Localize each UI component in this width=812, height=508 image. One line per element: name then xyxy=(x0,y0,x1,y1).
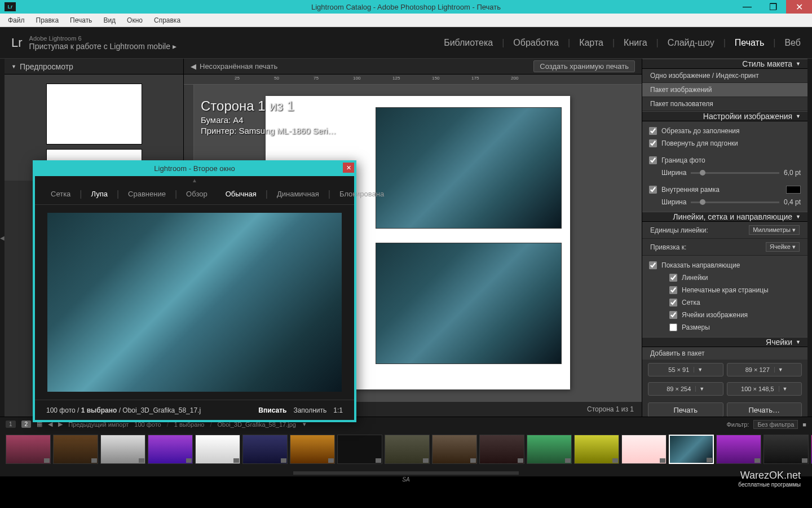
guide-bleed-checkbox[interactable] xyxy=(669,286,677,294)
image-settings-header[interactable]: Настройки изображения▼ xyxy=(642,111,807,121)
close-button[interactable]: ✕ xyxy=(786,0,812,14)
crop-fill-label: Обрезать до заполнения xyxy=(661,127,740,135)
add-to-package-label: Добавить в пакет xyxy=(642,347,807,360)
filmstrip-thumb[interactable] xyxy=(337,435,382,464)
preview-panel-header[interactable]: ▼Предпросмотр xyxy=(5,59,183,75)
rulers-grid-header[interactable]: Линейки, сетка и направляющие▼ xyxy=(642,212,807,222)
nav-map[interactable]: Карта xyxy=(579,36,603,50)
rotate-fit-checkbox[interactable] xyxy=(649,139,657,147)
border-width-slider[interactable] xyxy=(691,172,779,174)
crop-fill-checkbox[interactable] xyxy=(649,127,657,135)
guide-grid-checkbox[interactable] xyxy=(669,299,677,306)
nav-book[interactable]: Книга xyxy=(624,36,647,50)
print-cell-1[interactable] xyxy=(376,107,562,229)
filmstrip[interactable] xyxy=(0,431,812,470)
guide-rulers-checkbox[interactable] xyxy=(669,274,677,282)
photo-border-checkbox[interactable] xyxy=(649,156,657,164)
filmstrip-thumb[interactable] xyxy=(716,435,761,464)
menu-print[interactable]: Печать xyxy=(64,15,98,25)
sw-tab-locked[interactable]: Блокирована xyxy=(333,187,391,200)
right-collapse-handle[interactable] xyxy=(807,59,812,417)
nav-print[interactable]: Печать xyxy=(735,36,764,50)
filmstrip-thumb[interactable] xyxy=(242,435,288,464)
sw-tab-live[interactable]: Динамичная xyxy=(270,187,326,200)
sw-fit-button[interactable]: Вписать xyxy=(258,406,286,414)
filmstrip-thumb[interactable] xyxy=(148,435,193,464)
unsaved-print-label: Несохранённая печать xyxy=(200,62,277,71)
filmstrip-thumb[interactable] xyxy=(53,435,98,464)
filmstrip-thumb[interactable] xyxy=(527,435,572,464)
second-window-titlebar[interactable]: Lightroom - Второе окно ✕ xyxy=(33,160,356,176)
inner-stroke-label: Внутренняя рамка xyxy=(661,186,720,194)
center-toolbar: ◀ Несохранённая печать Создать хранимую … xyxy=(184,59,642,75)
chevron-left-icon[interactable]: ◀ xyxy=(191,62,196,71)
cells-header[interactable]: Ячейки▼ xyxy=(642,337,807,347)
create-stored-print-button[interactable]: Создать хранимую печать xyxy=(533,60,635,72)
menu-window[interactable]: Окно xyxy=(121,15,148,25)
print-cell-2[interactable] xyxy=(376,243,562,364)
guide-cells-checkbox[interactable] xyxy=(669,311,677,319)
filmstrip-thumb[interactable] xyxy=(574,435,619,464)
collapse-top-icon[interactable]: ▲ xyxy=(35,176,354,183)
nav-web[interactable]: Веб xyxy=(784,36,801,50)
layout-option-package[interactable]: Пакет изображений xyxy=(642,83,807,97)
layout-option-single[interactable]: Одно изображение / Индекс-принт xyxy=(642,69,807,83)
sw-tab-survey[interactable]: Обзор xyxy=(179,187,214,200)
sw-tab-grid[interactable]: Сетка xyxy=(44,187,77,200)
snap-select[interactable]: Ячейке ▾ xyxy=(766,242,800,252)
sw-ratio-button[interactable]: 1:1 xyxy=(333,406,343,414)
filmstrip-thumb[interactable] xyxy=(385,435,430,464)
left-collapse-handle[interactable]: ◀ xyxy=(0,59,5,417)
minimize-button[interactable]: — xyxy=(734,0,760,14)
sw-fill-button[interactable]: Заполнить xyxy=(293,406,326,414)
second-window-image[interactable] xyxy=(47,213,342,392)
filmstrip-thumb[interactable] xyxy=(479,435,524,464)
filmstrip-thumb[interactable] xyxy=(100,435,145,464)
photo-border-label: Граница фото xyxy=(661,156,705,164)
filmstrip-thumb-selected[interactable] xyxy=(669,435,714,464)
cell-preset-1[interactable]: 55 × 91▼ xyxy=(648,363,723,376)
menu-file[interactable]: Файл xyxy=(2,15,30,25)
layout-style-header[interactable]: Стиль макета▼ xyxy=(642,59,807,69)
ruler-units-select[interactable]: Миллиметры ▾ xyxy=(749,225,800,235)
inner-stroke-checkbox[interactable] xyxy=(649,186,657,194)
border-width-value: 6,0 xyxy=(784,169,793,177)
header-mobile-link[interactable]: Приступая к работе с Lightroom mobile ▸ xyxy=(29,42,176,51)
guide-dims-checkbox[interactable] xyxy=(669,323,677,331)
second-window[interactable]: Lightroom - Второе окно ✕ ▲ Сетка| Лупа|… xyxy=(33,160,356,422)
filmstrip-thumb[interactable] xyxy=(764,435,809,464)
cell-preset-2[interactable]: 89 × 127▼ xyxy=(727,363,802,376)
maximize-button[interactable]: ❐ xyxy=(760,0,786,14)
nav-library[interactable]: Библиотека xyxy=(444,36,493,50)
show-guides-checkbox[interactable] xyxy=(649,261,657,269)
filter-select[interactable]: Без фильтра xyxy=(753,420,798,429)
sw-tab-normal[interactable]: Обычная xyxy=(219,187,263,200)
preview-thumb-1[interactable] xyxy=(46,84,142,144)
layout-option-custom[interactable]: Пакет пользователя xyxy=(642,97,807,111)
print-dialog-button[interactable]: Печать… xyxy=(727,402,802,417)
sw-tab-loupe[interactable]: Лупа xyxy=(85,187,114,200)
filmstrip-thumb[interactable] xyxy=(6,435,51,464)
monitor-1-badge[interactable]: 1 xyxy=(6,421,16,428)
sw-tab-compare[interactable]: Сравнение xyxy=(121,187,173,200)
filmstrip-thumb[interactable] xyxy=(432,435,477,464)
menu-help[interactable]: Справка xyxy=(148,15,186,25)
monitor-2-badge[interactable]: 2 xyxy=(21,421,32,428)
menu-edit[interactable]: Правка xyxy=(30,15,65,25)
filmstrip-thumb[interactable] xyxy=(290,435,335,464)
nav-slideshow[interactable]: Слайд-шоу xyxy=(668,36,714,50)
filter-lock-icon[interactable]: ■ xyxy=(802,421,806,428)
cell-preset-3[interactable]: 89 × 254▼ xyxy=(648,382,723,396)
cell-preset-4[interactable]: 100 × 148,5▼ xyxy=(727,382,802,396)
stroke-color-swatch[interactable] xyxy=(786,186,801,194)
watermark: WarezOK.net бесплатные программы xyxy=(738,470,801,488)
filmstrip-thumb[interactable] xyxy=(195,435,240,464)
second-window-close-button[interactable]: ✕ xyxy=(343,163,354,173)
stroke-width-slider[interactable] xyxy=(691,202,779,203)
module-nav: Библиотека| Обработка| Карта| Книга| Сла… xyxy=(444,36,801,50)
print-button[interactable]: Печать xyxy=(648,402,723,417)
menu-view[interactable]: Вид xyxy=(98,15,121,25)
filmstrip-scrollbar[interactable] xyxy=(0,470,812,476)
filmstrip-thumb[interactable] xyxy=(621,435,667,464)
nav-develop[interactable]: Обработка xyxy=(513,36,559,50)
